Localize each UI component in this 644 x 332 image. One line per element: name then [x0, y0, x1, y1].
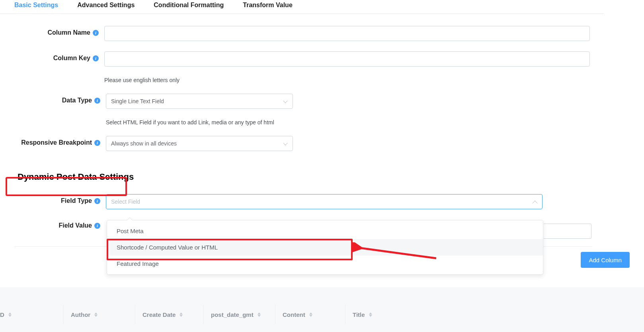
column-key-input[interactable] — [104, 51, 590, 67]
chevron-down-icon — [283, 99, 288, 104]
label-field-type: Field Type — [61, 197, 92, 204]
data-table-header: D Author Create Date post_date_gmt Conte… — [0, 287, 644, 332]
label-responsive-breakpoint: Responsive Breakpoint — [21, 139, 92, 146]
tab-advanced-settings[interactable]: Advanced Settings — [77, 2, 135, 9]
option-post-meta[interactable]: Post Meta — [107, 223, 543, 239]
chevron-down-icon — [283, 141, 288, 146]
field-value-input[interactable] — [544, 224, 591, 239]
th-id[interactable]: D — [0, 305, 64, 324]
label-field-value: Field Value — [59, 222, 92, 229]
chevron-up-icon — [533, 199, 537, 204]
th-post-date-gmt[interactable]: post_date_gmt — [204, 305, 275, 324]
info-icon[interactable]: i — [93, 55, 99, 61]
label-column-name: Column Name — [47, 29, 90, 36]
field-type-dropdown: Post Meta Shortcode / Computed Value or … — [107, 220, 543, 275]
label-data-type: Data Type — [62, 97, 92, 104]
data-type-select[interactable]: Single Line Text Field — [106, 94, 293, 109]
sort-icon[interactable] — [309, 312, 312, 317]
sort-icon[interactable] — [180, 312, 183, 317]
sort-icon[interactable] — [369, 312, 372, 317]
field-type-placeholder: Select Field — [111, 198, 140, 205]
th-author[interactable]: Author — [64, 305, 135, 324]
th-create-date[interactable]: Create Date — [135, 305, 204, 324]
label-column-key: Column Key — [53, 55, 90, 62]
info-icon[interactable]: i — [94, 140, 100, 146]
responsive-breakpoint-select[interactable]: Always show in all devices — [106, 136, 293, 151]
add-column-button[interactable]: Add Column — [581, 252, 630, 268]
tab-bar: Basic Settings Advanced Settings Conditi… — [0, 0, 604, 14]
section-heading-dynamic-post-data: Dynamic Post Data Settings — [14, 169, 137, 185]
tab-conditional-formatting[interactable]: Conditional Formatting — [154, 2, 224, 9]
sort-icon[interactable] — [94, 312, 98, 317]
column-name-input[interactable] — [104, 26, 590, 41]
column-key-help: Please use english letters only — [104, 77, 590, 83]
sort-icon[interactable] — [258, 312, 261, 317]
info-icon[interactable]: i — [94, 223, 100, 229]
info-icon[interactable]: i — [94, 198, 100, 204]
th-content[interactable]: Content — [275, 305, 345, 324]
tab-basic-settings[interactable]: Basic Settings — [14, 2, 58, 9]
th-id-label: D — [0, 311, 4, 318]
info-icon[interactable]: i — [94, 98, 100, 104]
option-featured-image[interactable]: Featured Image — [107, 255, 543, 272]
th-title[interactable]: Title — [345, 305, 417, 324]
tab-transform-value[interactable]: Transform Value — [243, 2, 293, 9]
responsive-breakpoint-value: Always show in all devices — [111, 140, 177, 147]
th-title-label: Title — [353, 311, 365, 318]
th-author-label: Author — [71, 311, 90, 318]
info-icon[interactable]: i — [93, 30, 99, 36]
th-post-date-gmt-label: post_date_gmt — [211, 311, 254, 318]
data-type-help: Select HTML Field if you want to add Lin… — [106, 119, 590, 126]
data-type-value: Single Line Text Field — [111, 98, 164, 104]
th-create-date-label: Create Date — [142, 311, 176, 318]
option-shortcode-computed[interactable]: Shortcode / Computed Value or HTML — [107, 239, 543, 255]
field-type-select[interactable]: Select Field — [106, 194, 543, 209]
sort-icon[interactable] — [8, 312, 12, 317]
th-content-label: Content — [283, 311, 305, 318]
